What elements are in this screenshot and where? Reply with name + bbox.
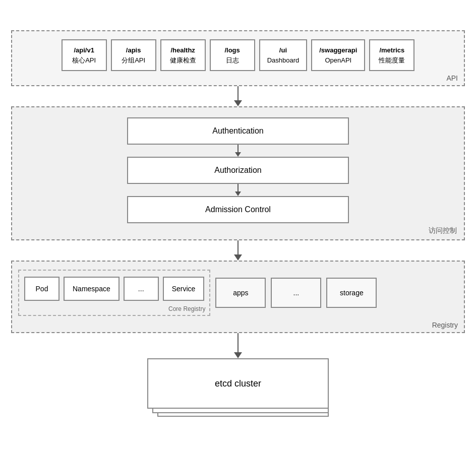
api-section: /api/v1 核心API /apis 分组API /healthz 健康检查 …	[11, 30, 465, 86]
api-path: /logs	[218, 45, 247, 55]
arrow-authz-to-admission	[235, 184, 241, 196]
core-registry-group: Pod Namespace ... Service Core Registry	[18, 270, 210, 316]
api-path: /apis	[119, 45, 148, 55]
reg-service: Service	[163, 277, 205, 301]
api-boxes: /api/v1 核心API /apis 分组API /healthz 健康检查 …	[18, 39, 458, 71]
api-box-ui: /ui Dashboard	[259, 39, 308, 71]
reg-storage: storage	[326, 278, 377, 308]
api-label: API	[446, 74, 458, 82]
reg-ellipsis: ...	[124, 277, 159, 301]
etcd-stack: etcd cluster	[147, 358, 329, 419]
access-section: Authentication Authorization Admission C…	[11, 106, 465, 240]
api-path: /api/v1	[70, 45, 99, 55]
api-desc: 核心API	[70, 55, 99, 66]
arrow-auth-to-authz	[235, 145, 241, 157]
etcd-section: etcd cluster	[11, 358, 465, 419]
api-desc: 健康检查	[168, 55, 198, 66]
api-box-metrics: /metrics 性能度量	[369, 39, 414, 71]
api-path: /swaggerapi	[319, 45, 357, 55]
api-desc: Dashboard	[267, 55, 300, 66]
access-label: 访问控制	[429, 226, 457, 235]
authentication-box: Authentication	[127, 117, 349, 145]
arrow-api-to-access	[234, 86, 242, 106]
api-desc: 性能度量	[377, 55, 406, 66]
arrow-access-to-registry	[234, 240, 242, 261]
api-path: /metrics	[377, 45, 406, 55]
reg-namespace: Namespace	[64, 277, 120, 301]
registry-label: Registry	[432, 321, 458, 329]
registry-section: Pod Namespace ... Service Core Registry …	[11, 261, 465, 333]
api-box-logs: /logs 日志	[210, 39, 255, 71]
etcd-card-front: etcd cluster	[147, 358, 329, 409]
api-box-apis: /apis 分组API	[111, 39, 156, 71]
reg-extra-ellipsis: ...	[271, 278, 321, 308]
api-desc: 分组API	[119, 55, 148, 66]
arrow-registry-to-etcd	[234, 333, 242, 358]
api-box-healthz: /healthz 健康检查	[160, 39, 206, 71]
reg-pod: Pod	[24, 277, 60, 301]
authorization-box: Authorization	[127, 157, 349, 184]
reg-apps: apps	[215, 278, 266, 308]
etcd-label: etcd cluster	[215, 378, 261, 389]
api-box-swagger: /swaggerapi OpenAPI	[311, 39, 365, 71]
core-registry-label: Core Registry	[168, 305, 205, 312]
api-desc: 日志	[218, 55, 247, 66]
api-path: /healthz	[168, 45, 198, 55]
api-box-apiv1: /api/v1 核心API	[62, 39, 107, 71]
extra-registry-group: apps ... storage	[215, 270, 458, 316]
api-path: /ui	[267, 45, 300, 55]
api-desc: OpenAPI	[319, 55, 357, 66]
admission-control-box: Admission Control	[127, 196, 349, 223]
diagram-container: /api/v1 核心API /apis 分组API /healthz 健康检查 …	[11, 30, 465, 419]
